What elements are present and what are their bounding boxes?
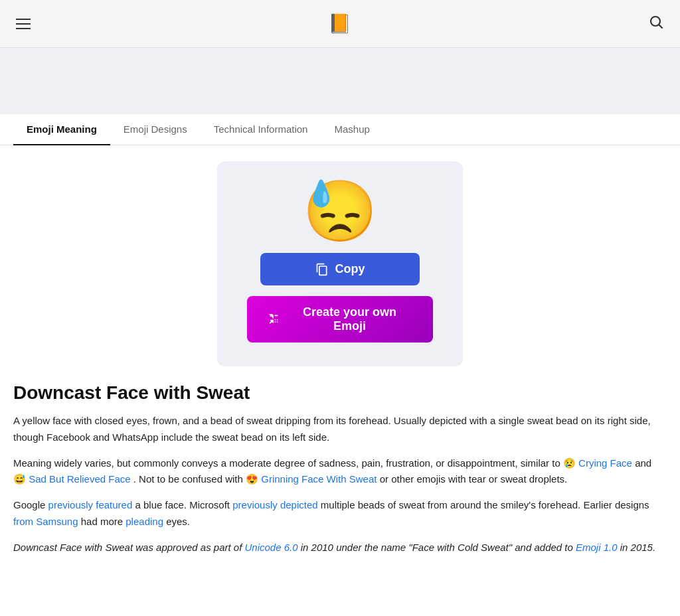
description-3: Google previously featured a blue face. … [13,497,667,530]
samsung-link[interactable]: from Samsung [13,516,78,527]
banner-area [0,48,680,114]
unicode-link[interactable]: Unicode 6.0 [245,542,298,553]
tab-technical-information[interactable]: Technical Information [201,114,321,145]
copy-icon [315,263,329,276]
microsoft-prev-link[interactable]: previously depicted [232,499,317,510]
emoji-large-display: 😓 [303,181,377,241]
tab-emoji-designs[interactable]: Emoji Designs [110,114,201,145]
emoji-title: Downcast Face with Sweat [13,382,667,404]
create-emoji-button[interactable]: Create your own Emoji [247,296,433,343]
tab-mashup[interactable]: Mashup [321,114,382,145]
site-logo: 📙 [325,9,354,38]
search-icon [648,14,664,30]
emoji-card: 😓 Copy Create your own Emoji [217,161,463,366]
hamburger-menu-button[interactable] [16,19,31,29]
tabs-nav: Emoji Meaning Emoji Designs Technical In… [0,114,680,145]
svg-line-1 [659,25,662,27]
description-1: A yellow face with closed eyes, frown, a… [13,413,667,446]
pleading-link[interactable]: pleading [126,516,163,527]
crying-face-link[interactable]: Crying Face [578,457,632,469]
wand-icon [268,313,281,326]
tab-emoji-meaning[interactable]: Emoji Meaning [13,114,110,145]
grinning-sweat-link[interactable]: Grinning Face With Sweat [261,473,377,485]
search-button[interactable] [648,14,664,34]
sad-relieved-link[interactable]: Sad But Relieved Face [29,473,130,485]
main-content: Downcast Face with Sweat A yellow face w… [0,382,680,591]
google-prev-link[interactable]: previously featured [48,499,133,510]
emoji1-link[interactable]: Emoji 1.0 [576,542,618,553]
copy-button[interactable]: Copy [260,253,420,285]
description-2: Meaning widely varies, but commonly conv… [13,455,667,489]
logo-emoji: 📙 [328,13,351,35]
description-4: Downcast Face with Sweat was approved as… [13,540,667,556]
header: 📙 [0,0,680,48]
